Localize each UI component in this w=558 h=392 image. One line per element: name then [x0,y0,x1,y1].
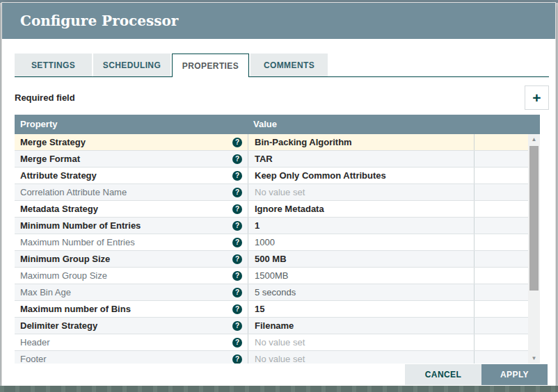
tab-bar: SETTINGS SCHEDULING PROPERTIES COMMENTS [15,54,549,77]
property-name: Attribute Strategy [20,170,97,181]
property-value: Filename [255,320,294,331]
apply-button[interactable]: APPLY [481,364,548,385]
column-header-property: Property [15,115,248,134]
table-row[interactable]: Merge Format ? TAR [15,151,528,168]
property-value: 500 MB [255,254,287,264]
table-row[interactable]: Correlation Attribute Name ? No value se… [15,184,528,201]
property-name: Header [20,337,50,348]
help-icon[interactable]: ? [232,204,242,214]
row-filler-cell [474,318,528,334]
help-icon[interactable]: ? [232,188,242,197]
cancel-button[interactable]: CANCEL [405,364,481,385]
property-value: Bin-Packing Algorithm [255,137,352,147]
table-row[interactable]: Maximum Number of Entries ? 1000 [15,234,528,251]
property-name: Merge Format [20,154,80,164]
tab-scheduling[interactable]: SCHEDULING [93,54,170,76]
property-name: Merge Strategy [20,137,86,147]
table-row[interactable]: Header ? No value set [15,334,528,351]
column-header-spacer [474,115,540,134]
table-row[interactable]: Minimum Group Size ? 500 MB [15,251,528,268]
properties-table: Property Value Merge Strategy ? Bin-Pack… [15,115,540,364]
row-filler-cell [474,351,528,364]
property-name: Correlation Attribute Name [20,187,127,197]
dialog-header: Configure Processor [2,3,555,39]
vertical-scrollbar[interactable]: ▲ ▼ [528,134,540,364]
property-name: Minimum Number of Entries [20,220,141,231]
property-table-body-rows: Merge Strategy ? Bin-Packing Algorithm M… [15,134,528,364]
help-icon[interactable]: ? [232,171,242,181]
table-header: Property Value [15,115,540,134]
table-row[interactable]: Minimum Number of Entries ? 1 [15,218,528,234]
table-row[interactable]: Attribute Strategy ? Keep Only Common At… [15,168,528,184]
required-field-label: Required field [15,92,75,103]
table-row[interactable]: Metadata Strategy ? Ignore Metadata [15,201,528,218]
property-name: Max Bin Age [20,287,71,297]
dialog-title: Configure Processor [20,13,178,29]
property-name: Delimiter Strategy [20,320,97,331]
tab-comments[interactable]: COMMENTS [250,54,328,76]
properties-toolbar: Required field + [15,85,549,110]
property-name: Metadata Strategy [20,204,98,214]
table-row[interactable]: Delimiter Strategy ? Filename [15,318,528,334]
tab-properties[interactable]: PROPERTIES [172,54,249,77]
tab-settings[interactable]: SETTINGS [15,54,92,76]
property-name: Maximum number of Bins [20,304,131,314]
help-icon[interactable]: ? [232,271,242,281]
help-icon[interactable]: ? [232,154,242,164]
row-filler-cell [474,284,528,300]
table-row[interactable]: Maximum number of Bins ? 15 [15,301,528,318]
help-icon[interactable]: ? [232,338,242,348]
property-value: 1 [255,220,260,231]
help-icon[interactable]: ? [232,288,242,297]
property-value: Ignore Metadata [255,204,324,214]
dialog-content: SETTINGS SCHEDULING PROPERTIES COMMENTS … [2,54,555,364]
table-body: Merge Strategy ? Bin-Packing Algorithm M… [15,134,540,364]
help-icon[interactable]: ? [232,238,242,247]
property-value: No value set [255,354,305,364]
row-filler-cell [474,134,528,150]
row-filler-cell [474,151,528,167]
property-name: Minimum Group Size [20,254,110,264]
row-filler-cell [474,334,528,350]
property-value: No value set [255,187,305,197]
table-row[interactable]: Max Bin Age ? 5 seconds [15,284,528,301]
table-row[interactable]: Footer ? No value set [15,351,528,364]
row-filler-cell [474,301,528,317]
add-property-button[interactable]: + [525,85,549,110]
property-name: Footer [20,354,47,364]
column-header-value: Value [248,115,474,134]
background-canvas-bottom [0,386,558,392]
property-value: 15 [255,304,264,314]
scrollbar-thumb[interactable] [529,146,539,291]
row-filler-cell [474,218,528,234]
help-icon[interactable]: ? [232,254,242,264]
help-icon[interactable]: ? [232,221,242,231]
property-value: 1500MB [255,270,288,281]
help-icon[interactable]: ? [232,321,242,331]
help-icon[interactable]: ? [232,354,242,364]
property-name: Maximum Group Size [20,270,107,281]
property-value: 1000 [255,237,275,247]
row-filler-cell [474,201,528,217]
help-icon[interactable]: ? [232,138,242,147]
help-icon[interactable]: ? [232,304,242,314]
property-value: TAR [255,154,273,164]
row-filler-cell [474,168,528,183]
row-filler-cell [474,251,528,267]
property-value: 5 seconds [255,287,296,297]
property-value: No value set [255,337,305,348]
row-filler-cell [474,234,528,250]
scroll-down-icon[interactable]: ▼ [528,353,540,364]
row-filler-cell [474,184,528,200]
configure-processor-dialog: Configure Processor SETTINGS SCHEDULING … [1,2,556,386]
scroll-up-icon[interactable]: ▲ [528,134,540,145]
property-name: Maximum Number of Entries [20,237,135,247]
property-value: Keep Only Common Attributes [255,170,386,181]
dialog-footer: CANCEL APPLY [405,364,548,385]
row-filler-cell [474,268,528,284]
table-row[interactable]: Maximum Group Size ? 1500MB [15,268,528,284]
table-row[interactable]: Merge Strategy ? Bin-Packing Algorithm [15,134,528,151]
